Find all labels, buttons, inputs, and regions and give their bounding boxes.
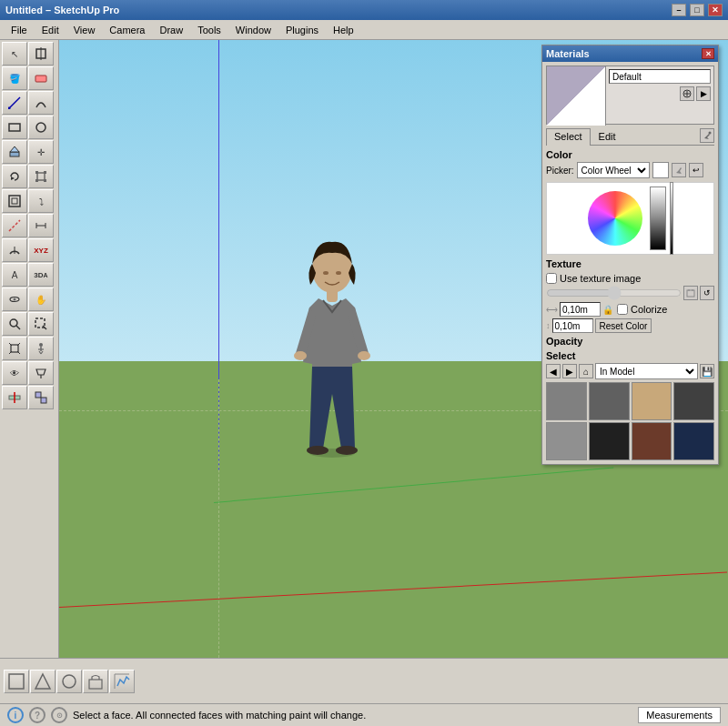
orbit-tool[interactable] (2, 287, 27, 311)
help-icon[interactable]: ? (29, 707, 46, 723)
protractor-tool[interactable] (2, 238, 27, 262)
svg-marker-38 (36, 369, 46, 375)
svg-rect-61 (89, 680, 102, 689)
color-swatch-white[interactable] (652, 162, 669, 178)
component-browser-tool[interactable] (28, 386, 54, 409)
menu-camera[interactable]: Camera (102, 23, 152, 37)
menu-tools[interactable]: Tools (190, 23, 228, 37)
height-size-input[interactable] (552, 318, 593, 333)
menu-view[interactable]: View (66, 23, 103, 37)
text-tool[interactable]: A (2, 263, 27, 287)
arrow-icon[interactable]: ▶ (696, 86, 711, 101)
minimize-button[interactable]: – (672, 4, 686, 16)
create-material-button[interactable] (680, 86, 694, 101)
swatch-2[interactable] (632, 382, 672, 420)
svg-rect-10 (37, 173, 45, 180)
rotate-tool[interactable] (2, 165, 27, 188)
swatch-4[interactable] (546, 422, 587, 460)
undo-color-button[interactable]: ↩ (689, 163, 703, 177)
info-icon[interactable]: i (7, 707, 24, 723)
bottom-tool-5[interactable] (109, 670, 135, 693)
svg-point-60 (63, 675, 76, 688)
swatch-3[interactable] (673, 382, 714, 420)
swatch-1[interactable] (589, 382, 630, 420)
menu-edit[interactable]: Edit (35, 23, 66, 37)
swatch-5[interactable] (589, 422, 630, 460)
position-camera-tool[interactable] (28, 361, 54, 385)
material-name-input[interactable] (609, 69, 711, 84)
paint-dropper-button[interactable] (700, 128, 714, 143)
arc-tool[interactable] (28, 91, 54, 115)
follow-me-tool[interactable]: ⤵ (28, 189, 54, 213)
nav-home-button[interactable]: ⌂ (579, 364, 593, 378)
viewport[interactable]: Materials ✕ ▶ (59, 40, 728, 658)
lookaround-tool[interactable]: 👁 (2, 361, 27, 385)
nav-save-button[interactable]: 💾 (700, 364, 714, 378)
color-picker-select[interactable]: Color Wheel HLS HSB RGB (577, 162, 650, 178)
tab-edit[interactable]: Edit (591, 128, 624, 146)
tape-measure-tool[interactable] (2, 214, 27, 237)
move-tool[interactable]: ✛ (28, 140, 54, 164)
rectangle-tool[interactable] (2, 116, 27, 139)
menu-help[interactable]: Help (326, 23, 361, 37)
push-pull-tool[interactable] (2, 140, 27, 164)
zoom-window-tool[interactable] (28, 312, 54, 336)
opacity-bar[interactable] (670, 182, 673, 255)
swatch-7[interactable] (673, 422, 714, 460)
color-wheel-area[interactable] (546, 182, 714, 255)
eraser-tool[interactable] (28, 66, 54, 90)
menu-window[interactable]: Window (228, 23, 278, 37)
menu-file[interactable]: File (4, 23, 35, 37)
reset-color-button[interactable]: Reset Color (595, 318, 652, 333)
walk-tool[interactable] (28, 337, 54, 360)
bottom-tool-2[interactable] (30, 670, 56, 693)
menu-plugins[interactable]: Plugins (278, 23, 326, 37)
zoom-extents-tool[interactable] (2, 337, 27, 360)
line-tool[interactable] (2, 91, 27, 115)
use-texture-checkbox[interactable] (546, 273, 557, 284)
pan-tool[interactable]: ✋ (28, 287, 54, 311)
color-wheel[interactable] (588, 191, 642, 246)
reset-texture-button[interactable]: ↺ (700, 286, 714, 300)
geo-icon[interactable]: ⊙ (51, 707, 67, 723)
svg-rect-57 (687, 290, 694, 297)
scale-tool[interactable] (28, 165, 54, 188)
circle-tool[interactable] (28, 116, 54, 139)
dimension-tool[interactable] (28, 214, 54, 237)
bottom-tool-1[interactable] (4, 670, 29, 693)
colorize-checkbox[interactable] (617, 304, 628, 315)
paint-tool[interactable]: 🪣 (2, 66, 27, 90)
close-button[interactable]: ✕ (708, 4, 723, 16)
select-tool[interactable]: ↖ (2, 42, 27, 66)
svg-rect-5 (9, 124, 20, 131)
materials-close-button[interactable]: ✕ (702, 48, 714, 59)
swatch-0[interactable] (546, 382, 587, 420)
brightness-bar[interactable] (650, 187, 666, 250)
section-plane-tool[interactable] (2, 386, 27, 409)
zoom-tool[interactable] (2, 312, 27, 336)
svg-line-25 (16, 326, 20, 329)
make-component-tool[interactable] (28, 42, 54, 66)
measurements-box[interactable]: Measurements (638, 707, 721, 723)
material-library-select[interactable]: In Model Colors Brick and Cladding (595, 363, 698, 379)
nav-back-button[interactable]: ◀ (546, 364, 561, 378)
offset-tool[interactable] (2, 189, 27, 213)
maximize-button[interactable]: □ (690, 4, 704, 16)
axes-tool[interactable]: XYZ (28, 238, 54, 262)
open-texture-button[interactable] (683, 286, 698, 300)
bottom-tool-3[interactable] (56, 670, 82, 693)
width-size-input[interactable] (560, 302, 601, 317)
bottom-tool-4[interactable] (83, 670, 108, 693)
svg-point-48 (358, 351, 370, 360)
svg-point-24 (10, 319, 17, 327)
svg-point-45 (307, 446, 329, 455)
tool-row-10: A 3DA (2, 263, 56, 287)
eyedropper-button[interactable] (672, 163, 686, 177)
3dtext-tool[interactable]: 3DA (28, 263, 54, 287)
texture-slider[interactable] (546, 287, 682, 298)
nav-forward-button[interactable]: ▶ (562, 364, 577, 378)
swatch-6[interactable] (632, 422, 672, 460)
menu-draw[interactable]: Draw (152, 23, 190, 37)
tab-select[interactable]: Select (546, 128, 591, 146)
material-preview-area: ▶ (546, 66, 714, 125)
